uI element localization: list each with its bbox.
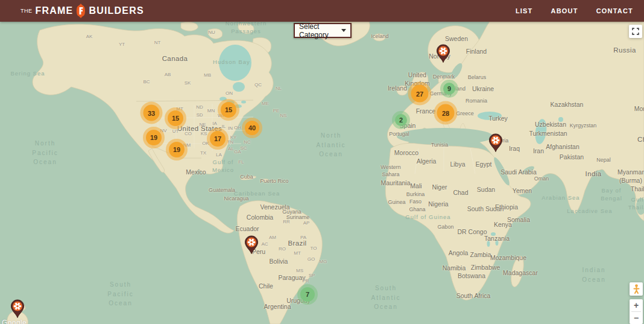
main-nav: LISTABOUTCONTACT: [516, 7, 636, 14]
cluster-marker[interactable]: 7: [300, 287, 315, 302]
zoom-control: + −: [630, 299, 643, 324]
nav-item-about[interactable]: ABOUT: [551, 7, 578, 14]
cluster-marker[interactable]: 15: [168, 110, 183, 126]
fullscreen-button[interactable]: [629, 25, 642, 38]
chevron-down-icon: [341, 29, 346, 32]
zoom-in-button[interactable]: +: [630, 299, 643, 311]
cluster-marker[interactable]: 2: [395, 114, 407, 126]
brand-frame: FRAME: [36, 5, 74, 16]
zoom-out-button[interactable]: −: [630, 312, 643, 324]
location-pin[interactable]: [488, 133, 503, 153]
cluster-marker[interactable]: 27: [411, 85, 429, 103]
nav-item-contact[interactable]: CONTACT: [596, 7, 633, 14]
cluster-marker[interactable]: 19: [169, 142, 185, 157]
brand-badge-icon: [76, 4, 86, 18]
pegman-button[interactable]: [630, 282, 643, 296]
location-pin[interactable]: [244, 235, 259, 255]
cluster-marker[interactable]: 40: [245, 121, 259, 135]
location-pin[interactable]: [10, 299, 25, 319]
google-logo[interactable]: Google: [2, 319, 27, 324]
nav-item-list[interactable]: LIST: [516, 7, 533, 14]
category-select[interactable]: Select Category: [294, 23, 352, 38]
cluster-marker[interactable]: 33: [144, 105, 160, 121]
cluster-marker[interactable]: 9: [443, 83, 455, 95]
header: THE FRAME BUILDERS LISTABOUTCONTACT: [0, 0, 644, 22]
cluster-marker[interactable]: 28: [437, 104, 455, 122]
location-pin[interactable]: [436, 44, 450, 63]
map-canvas[interactable]: CanadaUnited StatesMexicoGuatemalaNicara…: [0, 22, 644, 324]
pegman-icon: [633, 284, 640, 294]
cluster-marker[interactable]: 19: [146, 130, 162, 145]
fullscreen-icon: [632, 28, 639, 35]
brand-the: THE: [21, 8, 33, 14]
category-select-value: Select Category: [299, 22, 341, 39]
map-terrain: [0, 22, 644, 324]
cluster-marker[interactable]: 17: [210, 131, 226, 147]
cluster-marker[interactable]: 15: [221, 102, 236, 118]
brand-builders: BUILDERS: [89, 5, 144, 16]
brand-logo[interactable]: THE FRAME BUILDERS: [21, 4, 144, 18]
